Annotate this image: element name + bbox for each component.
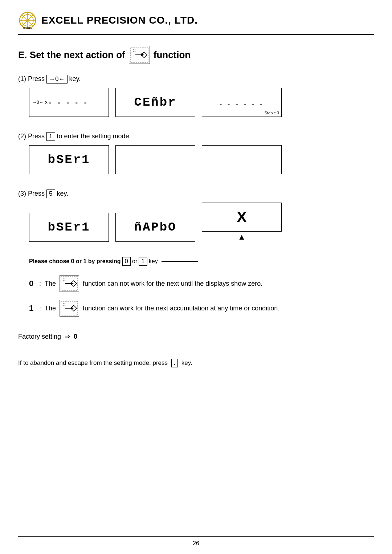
step2-panel-1: bSEr1	[29, 145, 109, 174]
svg-marker-13	[141, 53, 144, 56]
step3-panel-2: ñAPbO	[115, 213, 195, 242]
svg-point-18	[63, 280, 64, 281]
logo-area: EXCELL EXCELL PRECISION CO., LTD.	[18, 11, 198, 30]
page-footer: 26	[18, 536, 374, 547]
option-0-func-icon	[60, 275, 79, 292]
svg-point-17	[65, 278, 65, 279]
svg-point-11	[135, 51, 135, 52]
option-0-desc: function can not work for the next until…	[83, 280, 262, 288]
option-1-func-icon	[60, 300, 79, 317]
svg-point-19	[65, 280, 65, 281]
function-icon	[129, 46, 150, 64]
company-name: EXCELL PRECISION CO., LTD.	[41, 15, 198, 26]
option-1-num: 1	[29, 304, 36, 313]
option-0-colon: :	[39, 280, 41, 288]
step1-panel-3: - - - - - - Stable 3	[202, 88, 282, 117]
step1-panel-2: CEñbr	[115, 88, 195, 117]
key-label: key	[149, 258, 158, 265]
option-1: 1 : The function can work for the next a…	[29, 300, 374, 317]
page-header: EXCELL EXCELL PRECISION CO., LTD.	[18, 11, 374, 35]
escape-key: .	[171, 359, 178, 367]
choose-key-0: 0	[122, 257, 131, 266]
step3-display-row: bSEr1 ñAPbO X ▲	[29, 203, 374, 242]
step-1-label: (1) Press →0← key.	[18, 75, 374, 83]
svg-point-16	[63, 278, 64, 279]
step-1: (1) Press →0← key. →0← 3 - - - - - CEñbr…	[18, 75, 374, 123]
up-arrow: ▲	[238, 232, 246, 242]
factory-setting-arrow: ⇒	[65, 333, 70, 340]
factory-setting: Factory setting ⇒ 0	[18, 333, 374, 341]
step3-panel-3: X	[202, 203, 282, 232]
section-title-suffix: function	[154, 49, 191, 61]
page-number: 26	[193, 540, 199, 546]
step2-display-row: bSEr1	[29, 145, 374, 174]
svg-point-10	[133, 51, 134, 52]
svg-point-25	[65, 303, 65, 304]
step1-key: →0←	[46, 75, 67, 83]
step-3-label: (3) Press 5 key.	[18, 190, 374, 198]
option-0-the: The	[45, 280, 56, 288]
choose-arrow-line	[162, 261, 198, 262]
option-1-desc: function can work for the next accumulat…	[83, 305, 279, 312]
svg-marker-21	[71, 282, 74, 285]
step-3: (3) Press 5 key. bSEr1 ñAPbO X ▲	[18, 190, 374, 248]
step3-key: 5	[46, 190, 55, 198]
option-1-the: The	[45, 305, 56, 312]
factory-setting-label: Factory setting	[18, 333, 61, 340]
escape-note: If to abandon and escape from the settin…	[18, 359, 374, 367]
step2-key: 1	[46, 132, 55, 141]
svg-point-9	[135, 49, 135, 50]
svg-text:EXCELL: EXCELL	[23, 27, 32, 29]
choose-area: Please choose 0 or 1 by pressing 0 or 1 …	[29, 257, 374, 266]
svg-marker-29	[71, 307, 74, 310]
choose-key-1: 1	[139, 257, 147, 266]
section-title-prefix: E. Set the next action of	[18, 49, 125, 61]
escape-text-before: If to abandon and escape from the settin…	[18, 359, 168, 366]
svg-point-27	[65, 305, 65, 306]
step-2: (2) Press 1 to enter the setting mode. b…	[18, 132, 374, 181]
option-0: 0 : The function can not work for the ne…	[29, 275, 374, 292]
option-0-num: 0	[29, 279, 36, 288]
step3-panel-3-container: X ▲	[202, 203, 282, 242]
step3-panel-1: bSEr1	[29, 213, 109, 242]
svg-point-26	[63, 305, 64, 306]
step1-display-row: →0← 3 - - - - - CEñbr - - - - - - Stable…	[29, 88, 374, 117]
stable-label: Stable 3	[265, 111, 279, 115]
choose-instruction: Please choose 0 or 1 by pressing 0 or 1 …	[29, 257, 198, 266]
option-1-colon: :	[39, 305, 41, 312]
escape-text-after: key.	[181, 359, 192, 366]
svg-point-8	[133, 49, 134, 50]
choose-text: Please choose 0 or 1 by pressing	[29, 258, 121, 265]
excell-logo-icon: EXCELL	[18, 11, 37, 30]
factory-setting-value: 0	[74, 333, 77, 340]
or-text: or	[132, 258, 137, 265]
step2-panel-2	[115, 145, 195, 174]
step2-panel-3	[202, 145, 282, 174]
step1-panel-1: →0← 3 - - - - -	[29, 88, 109, 117]
svg-point-24	[63, 303, 64, 304]
step-2-label: (2) Press 1 to enter the setting mode.	[18, 132, 374, 141]
section-title: E. Set the next action of function	[18, 46, 374, 64]
